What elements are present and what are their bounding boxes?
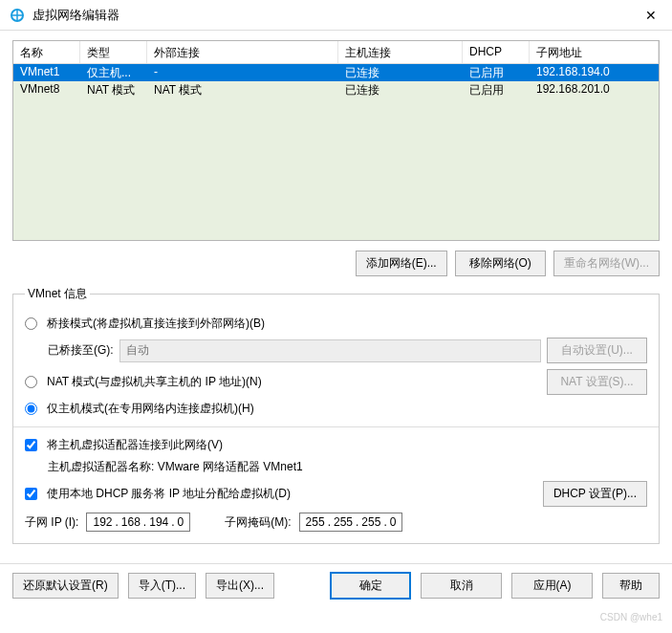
col-ext[interactable]: 外部连接 — [147, 41, 338, 63]
table-body: VMnet1仅主机...-已连接已启用192.168.194.0VMnet8NA… — [13, 64, 659, 98]
footer: 还原默认设置(R) 导入(T)... 导出(X)... 确定 取消 应用(A) … — [0, 563, 672, 607]
subnet-mask-input[interactable]: 255. 255. 255. 0 — [299, 513, 403, 532]
bridge-select: 自动 — [119, 339, 541, 362]
host-label: 仅主机模式(在专用网络内连接虚拟机)(H) — [47, 401, 254, 417]
ip-octet[interactable]: 0 — [388, 515, 399, 529]
connect-adapter-row: 将主机虚拟适配器连接到此网络(V) — [25, 437, 647, 453]
nat-settings-button: NAT 设置(S)... — [547, 369, 647, 395]
table-cell: VMnet1 — [13, 64, 80, 81]
vmnet-info-legend: VMnet 信息 — [25, 286, 90, 302]
vmnet-info-group: VMnet 信息 桥接模式(将虚拟机直接连接到外部网络)(B) 已桥接至(G):… — [12, 286, 660, 544]
dhcp-check[interactable] — [25, 488, 37, 500]
ip-octet[interactable]: 0 — [176, 515, 186, 529]
col-host[interactable]: 主机连接 — [338, 41, 463, 63]
table-row[interactable]: VMnet8NAT 模式NAT 模式已连接已启用192.168.201.0 — [13, 81, 659, 98]
dhcp-settings-button[interactable]: DHCP 设置(P)... — [543, 481, 647, 507]
ok-button[interactable]: 确定 — [330, 572, 411, 600]
close-icon[interactable]: ✕ — [639, 8, 662, 23]
col-name[interactable]: 名称 — [13, 41, 80, 63]
dhcp-label: 使用本地 DHCP 服务将 IP 地址分配给虚拟机(D) — [47, 486, 291, 502]
remove-network-button[interactable]: 移除网络(O) — [455, 251, 546, 276]
rename-network-button: 重命名网络(W)... — [553, 251, 660, 276]
import-button[interactable]: 导入(T)... — [128, 573, 196, 599]
ip-octet[interactable]: 168 — [119, 515, 142, 529]
adapter-name-label: 主机虚拟适配器名称: VMware 网络适配器 VMnet1 — [48, 459, 303, 475]
ip-octet[interactable]: 255 — [359, 515, 382, 529]
network-table: 名称 类型 外部连接 主机连接 DHCP 子网地址 VMnet1仅主机...-已… — [12, 40, 660, 241]
nat-radio[interactable] — [25, 376, 37, 388]
divider — [13, 426, 659, 427]
subnet-row: 子网 IP (I): 192. 168. 194. 0 子网掩码(M): 255… — [25, 513, 647, 532]
col-type[interactable]: 类型 — [80, 41, 147, 63]
add-network-button[interactable]: 添加网络(E)... — [356, 251, 447, 276]
bridge-label: 桥接模式(将虚拟机直接连接到外部网络)(B) — [47, 316, 265, 332]
table-cell: 仅主机... — [80, 64, 147, 81]
table-cell: NAT 模式 — [80, 81, 147, 98]
adapter-name-row: 主机虚拟适配器名称: VMware 网络适配器 VMnet1 — [48, 459, 647, 475]
table-cell: 已连接 — [338, 81, 463, 98]
window-title: 虚拟网络编辑器 — [33, 7, 639, 24]
subnet-mask-label: 子网掩码(M): — [225, 514, 291, 531]
bridge-to-label: 已桥接至(G): — [48, 342, 114, 359]
table-cell: VMnet8 — [13, 81, 80, 98]
restore-defaults-button[interactable]: 还原默认设置(R) — [12, 573, 119, 599]
content: 名称 类型 外部连接 主机连接 DHCP 子网地址 VMnet1仅主机...-已… — [0, 31, 672, 563]
table-cell: 已启用 — [463, 64, 530, 81]
auto-settings-button: 自动设置(U)... — [547, 338, 647, 363]
apply-button[interactable]: 应用(A) — [511, 573, 593, 599]
table-cell: 192.168.201.0 — [530, 81, 659, 98]
bridge-to-row: 已桥接至(G): 自动 自动设置(U)... — [48, 338, 647, 363]
subnet-ip-input[interactable]: 192. 168. 194. 0 — [86, 513, 190, 532]
table-cell: - — [147, 64, 338, 81]
ip-octet[interactable]: 255 — [332, 515, 355, 529]
net-button-row: 添加网络(E)... 移除网络(O) 重命名网络(W)... — [12, 251, 660, 276]
bridge-radio[interactable] — [25, 317, 37, 330]
watermark: CSDN @whe1 — [600, 612, 662, 622]
help-button[interactable]: 帮助 — [602, 573, 660, 599]
table-cell: 192.168.194.0 — [530, 64, 659, 81]
connect-adapter-check[interactable] — [25, 439, 37, 451]
host-radio[interactable] — [25, 403, 37, 415]
titlebar: 虚拟网络编辑器 ✕ — [0, 0, 672, 31]
table-cell: 已连接 — [338, 64, 463, 81]
col-dhcp[interactable]: DHCP — [463, 41, 530, 63]
ip-octet[interactable]: 192 — [91, 515, 114, 529]
connect-adapter-label: 将主机虚拟适配器连接到此网络(V) — [47, 437, 223, 453]
table-cell: 已启用 — [463, 81, 530, 98]
table-row[interactable]: VMnet1仅主机...-已连接已启用192.168.194.0 — [13, 64, 659, 81]
host-mode-row: 仅主机模式(在专用网络内连接虚拟机)(H) — [25, 401, 647, 417]
dhcp-row: 使用本地 DHCP 服务将 IP 地址分配给虚拟机(D) DHCP 设置(P).… — [25, 481, 647, 507]
nat-mode-row: NAT 模式(与虚拟机共享主机的 IP 地址)(N) NAT 设置(S)... — [25, 369, 647, 395]
app-icon — [10, 8, 25, 23]
bridge-mode-row: 桥接模式(将虚拟机直接连接到外部网络)(B) — [25, 316, 647, 332]
table-header: 名称 类型 外部连接 主机连接 DHCP 子网地址 — [13, 41, 659, 64]
col-subnet[interactable]: 子网地址 — [530, 41, 659, 63]
subnet-ip-label: 子网 IP (I): — [25, 514, 78, 531]
cancel-button[interactable]: 取消 — [421, 573, 502, 599]
table-cell: NAT 模式 — [147, 81, 338, 98]
ip-octet[interactable]: 255 — [304, 515, 327, 529]
nat-label: NAT 模式(与虚拟机共享主机的 IP 地址)(N) — [47, 374, 262, 390]
ip-octet[interactable]: 194 — [147, 515, 170, 529]
export-button[interactable]: 导出(X)... — [206, 573, 274, 599]
